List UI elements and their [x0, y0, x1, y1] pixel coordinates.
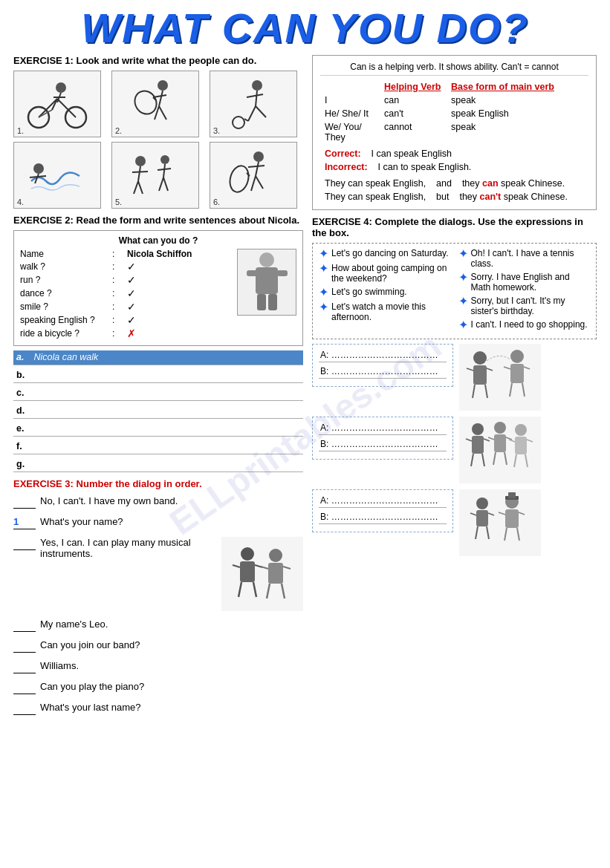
dialog-left-item-2: ✦ How about going camping on the weekend…	[319, 263, 451, 284]
answer-dialog-box-1: A: ……………………………… B: ………………………………	[312, 344, 453, 387]
svg-point-16	[252, 80, 262, 91]
activity-image-5: 5.	[111, 142, 199, 209]
answer-dialog-box-3: A: ……………………………… B: ………………………………	[312, 489, 453, 532]
image6-label: 6.	[213, 198, 220, 206]
right-column: Can is a helping verb. It shows ability.…	[312, 55, 597, 562]
exercise3-items: No, I can't. I have my own band. 1 What'…	[13, 495, 303, 715]
svg-rect-98	[505, 509, 519, 528]
soccer-icon	[220, 76, 287, 132]
image4-label: 4.	[17, 198, 24, 206]
answer-image-1	[459, 344, 541, 411]
svg-line-84	[504, 452, 507, 465]
grammar-table: Helping Verb Base form of main verb I ca…	[320, 80, 588, 203]
exercise3-section: EXERCISE 3: Number the dialog in order. …	[13, 478, 303, 715]
form-row-run: run ? : ✓	[20, 274, 231, 286]
exercise3-title: EXERCISE 3: Number the dialog in order.	[13, 478, 303, 489]
svg-line-81	[488, 437, 494, 440]
base-verb-header: Base form of main verb	[451, 82, 554, 92]
svg-rect-48	[268, 294, 277, 310]
svg-rect-47	[257, 294, 266, 310]
swimming-icon	[24, 148, 91, 203]
exercise4-dialog-box: ✦ Let's go dancing on Saturday. ✦ How ab…	[312, 243, 597, 339]
svg-line-89	[514, 454, 516, 467]
dialog-right-item-2: ✦ Sorry. I have English and Math homewor…	[458, 272, 591, 293]
svg-line-65	[473, 385, 475, 398]
image3-label: 3.	[213, 126, 220, 135]
svg-line-40	[256, 176, 263, 189]
form-row-dance: dance ? : ✓	[20, 287, 231, 299]
form-row-walk: walk ? : ✓	[20, 261, 231, 273]
svg-point-91	[476, 497, 488, 509]
activity-image-4: 4.	[13, 142, 101, 209]
grammar-correct-row: Correct: I can speak English	[320, 144, 588, 160]
svg-point-67	[510, 350, 524, 363]
svg-line-34	[159, 177, 163, 191]
badminton-icon	[220, 148, 287, 203]
svg-rect-74	[472, 436, 484, 454]
svg-rect-86	[515, 437, 527, 454]
dialog-right-col: ✦ Oh! I can't. I have a tennis class. ✦ …	[458, 248, 591, 334]
svg-line-87	[509, 440, 515, 442]
nicola-image	[237, 249, 296, 316]
exercise1-section: EXERCISE 1: Look and write what the peop…	[13, 55, 303, 209]
grammar-row-2: He/ She/ It can't speak English	[320, 107, 588, 120]
svg-line-88	[527, 440, 533, 442]
exercise2-section: EXERCISE 2: Read the form and write sent…	[13, 215, 303, 472]
grammar-example1-row: They can speak English, and they can spe…	[320, 174, 588, 190]
svg-line-58	[283, 567, 291, 569]
svg-point-6	[56, 82, 66, 93]
svg-line-63	[467, 368, 473, 371]
answer-b2: B: ………………………………	[319, 438, 447, 451]
dialog-right-item-4: ✦ I can't. I need to go shopping.	[458, 319, 591, 331]
tennis-icon	[122, 76, 189, 132]
svg-line-33	[158, 169, 171, 170]
svg-line-95	[476, 526, 478, 539]
svg-line-13	[159, 106, 166, 120]
form-row-speaking: speaking English ? : ✓	[20, 314, 231, 326]
svg-line-53	[239, 582, 241, 597]
exercise1-title: EXERCISE 1: Look and write what the peop…	[13, 55, 303, 66]
svg-line-93	[470, 513, 476, 515]
svg-line-25	[30, 176, 46, 177]
ex3-item-2: 1 What's your name?	[13, 516, 303, 529]
svg-point-36	[253, 151, 264, 162]
svg-line-42	[247, 173, 250, 176]
answer-dialog-row-1: A: ……………………………… B: ………………………………	[312, 344, 597, 411]
answer-b1: B: ………………………………	[319, 365, 447, 379]
svg-line-96	[487, 526, 489, 539]
form-title: What can you do ?	[20, 235, 296, 246]
svg-line-29	[134, 181, 138, 194]
svg-line-94	[488, 513, 494, 515]
svg-line-32	[163, 164, 165, 177]
svg-point-73	[472, 423, 484, 435]
svg-line-17	[256, 91, 257, 106]
svg-line-90	[525, 454, 528, 467]
answer-a3: A: ………………………………	[319, 495, 447, 508]
svg-line-82	[506, 437, 512, 440]
svg-rect-44	[256, 267, 278, 294]
svg-point-9	[158, 80, 168, 91]
grammar-box: Can is a helping verb. It shows ability.…	[312, 55, 597, 210]
svg-line-76	[484, 439, 490, 441]
svg-rect-68	[510, 364, 524, 383]
svg-point-49	[241, 547, 254, 561]
svg-line-78	[482, 454, 484, 466]
dialog-right-item-3: ✦ Sorry, but I can't. It's my sister's b…	[458, 296, 591, 316]
svg-rect-50	[240, 561, 255, 582]
svg-line-19	[248, 106, 256, 121]
helping-verb-header: Helping Verb	[384, 82, 441, 92]
dialog-right-item-1: ✦ Oh! I can't. I have a tennis class.	[458, 248, 591, 269]
svg-line-71	[510, 383, 512, 397]
answer-line-c: c.	[13, 386, 303, 401]
svg-point-41	[227, 163, 251, 194]
svg-line-18	[247, 94, 263, 97]
exercise4-title: EXERCISE 4: Complete the dialogs. Use th…	[312, 216, 597, 238]
dialog-left-item-3: ✦ Let's go swimming.	[319, 287, 451, 298]
svg-point-61	[473, 351, 487, 365]
family-icon	[122, 148, 189, 203]
cycling-icon	[24, 76, 91, 132]
form-row-name: Name : Nicola Schiffon	[20, 249, 231, 259]
exercise2-answers: a. Nicola can walk b. c. d. e. f.	[13, 350, 303, 472]
dialog-left-col: ✦ Let's go dancing on Saturday. ✦ How ab…	[319, 248, 451, 334]
exercise2-title: EXERCISE 2: Read the form and write sent…	[13, 215, 303, 226]
